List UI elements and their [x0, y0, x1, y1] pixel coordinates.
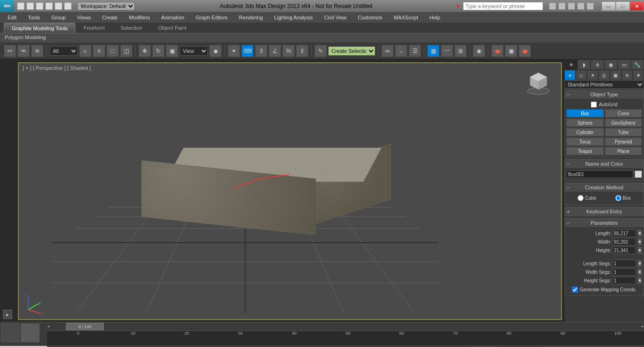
width-spinner[interactable]: [637, 238, 642, 245]
edit-named-sel-icon[interactable]: ✎: [314, 45, 327, 57]
object-name-input[interactable]: [566, 170, 633, 178]
link-icon[interactable]: [64, 2, 72, 10]
wsegs-spinner[interactable]: [637, 268, 642, 276]
app-menu-icon[interactable]: 3DS: [0, 0, 14, 12]
layer-manager-icon[interactable]: ☰: [409, 45, 421, 57]
geometry-subtab-icon[interactable]: ●: [564, 70, 576, 80]
autogrid-checkbox[interactable]: [591, 102, 597, 108]
object-color-swatch[interactable]: [635, 170, 642, 178]
named-selection-set[interactable]: Create Selection Se: [328, 46, 375, 56]
box-radio[interactable]: [615, 195, 621, 201]
menu-customize[interactable]: Customize: [352, 13, 388, 22]
cone-button[interactable]: Cone: [605, 109, 643, 118]
time-slider-handle[interactable]: 0 / 100: [66, 323, 104, 330]
viewport-label[interactable]: [ + ] [ Perspective ] [ Shaded ]: [23, 65, 91, 71]
height-input[interactable]: [612, 246, 636, 254]
box-button[interactable]: Box: [566, 109, 604, 118]
curve-editor-icon[interactable]: 〰: [441, 45, 453, 57]
use-pivot-icon[interactable]: ◆: [209, 45, 222, 57]
width-input[interactable]: [612, 238, 636, 245]
menu-lighting-analysis[interactable]: Lighting Analysis: [269, 13, 319, 22]
geosphere-button[interactable]: GeoSphere: [605, 118, 643, 127]
menu-help[interactable]: Help: [424, 13, 446, 22]
help-icon[interactable]: [586, 2, 594, 10]
select-by-name-icon[interactable]: ≡: [93, 45, 105, 57]
wsegs-input[interactable]: [612, 268, 636, 276]
tab-object-paint[interactable]: Object Paint: [150, 23, 194, 33]
unlink-tool-icon[interactable]: ⚮: [17, 45, 30, 57]
sphere-button[interactable]: Sphere: [566, 118, 604, 127]
tube-button[interactable]: Tube: [605, 128, 643, 136]
pyramid-button[interactable]: Pyramid: [605, 137, 643, 146]
spacewarps-subtab-icon[interactable]: ≋: [621, 70, 633, 80]
display-tab-icon[interactable]: ▭: [618, 59, 631, 70]
select-object-icon[interactable]: ▹: [79, 45, 91, 57]
primitive-category-select[interactable]: Standard Primitives: [564, 80, 644, 89]
align-icon[interactable]: ⫠: [395, 45, 407, 57]
bind-spacewarp-icon[interactable]: ≋: [31, 45, 43, 57]
tab-freeform[interactable]: Freeform: [75, 23, 113, 33]
ribbon-toggle-icon[interactable]: ▦: [427, 45, 439, 57]
percent-snap-icon[interactable]: %: [282, 45, 295, 57]
height-spinner[interactable]: [637, 246, 642, 254]
timeline-mini-icon[interactable]: [1, 323, 20, 342]
subscription-icon[interactable]: [558, 2, 566, 10]
open-file-icon[interactable]: [26, 2, 34, 10]
parameters-header[interactable]: −Parameters: [565, 219, 644, 227]
lights-subtab-icon[interactable]: ✦: [587, 70, 598, 80]
name-color-header[interactable]: −Name and Color: [565, 160, 644, 168]
reference-coord-system[interactable]: View: [180, 46, 208, 56]
cameras-subtab-icon[interactable]: ◎: [598, 70, 610, 80]
schematic-view-icon[interactable]: ⊞: [454, 45, 467, 57]
render-production-icon[interactable]: 🫖: [519, 45, 531, 57]
rotate-tool-icon[interactable]: ↻: [152, 45, 165, 57]
render-setup-icon[interactable]: 🫖: [491, 45, 504, 57]
mirror-icon[interactable]: ⇔: [381, 45, 394, 57]
redo-icon[interactable]: [55, 2, 62, 10]
perspective-viewport[interactable]: [ + ] [ Perspective ] [ Shaded ]: [18, 62, 562, 320]
spinner-snap-icon[interactable]: ⇕: [296, 45, 308, 57]
lsegs-spinner[interactable]: [637, 260, 642, 267]
selection-filter[interactable]: All: [50, 46, 78, 56]
select-manipulate-icon[interactable]: ✦: [228, 45, 240, 57]
window-crossing-icon[interactable]: ◫: [120, 45, 132, 57]
box-object[interactable]: [141, 136, 368, 250]
lsegs-input[interactable]: [612, 260, 636, 267]
tab-graphite-modeling[interactable]: Graphite Modeling Tools: [4, 23, 75, 33]
timeline-track[interactable]: ◂ 0 / 100 ▸ 0 10 20 30 40 50 60 70 80 90…: [47, 322, 644, 346]
hierarchy-tab-icon[interactable]: ⋔: [591, 59, 604, 70]
keyboard-shortcut-icon[interactable]: ⌨: [241, 45, 254, 57]
timeline-config-icon[interactable]: ▸: [3, 310, 12, 319]
menu-modifiers[interactable]: Modifiers: [123, 13, 156, 22]
menu-create[interactable]: Create: [96, 13, 123, 22]
link-tool-icon[interactable]: ⚯: [4, 45, 16, 57]
material-editor-icon[interactable]: ◉: [473, 45, 485, 57]
torus-button[interactable]: Torus: [566, 137, 604, 146]
move-tool-icon[interactable]: ✥: [139, 45, 151, 57]
length-input[interactable]: [612, 229, 636, 237]
cylinder-button[interactable]: Cylinder: [566, 128, 604, 136]
systems-subtab-icon[interactable]: ✷: [633, 70, 644, 80]
create-tab-icon[interactable]: ✳: [564, 59, 578, 70]
timeline-mini-icon-2[interactable]: [21, 323, 40, 342]
shapes-subtab-icon[interactable]: ◇: [576, 70, 587, 80]
cube-radio[interactable]: [578, 195, 584, 201]
search-input[interactable]: [463, 2, 543, 10]
object-type-header[interactable]: −Object Type: [565, 90, 644, 99]
save-file-icon[interactable]: [36, 2, 43, 10]
angle-snap-icon[interactable]: ∠: [269, 45, 281, 57]
maximize-button[interactable]: □: [616, 1, 630, 11]
favorites-icon[interactable]: [577, 2, 585, 10]
new-file-icon[interactable]: [17, 2, 25, 10]
menu-civil-view[interactable]: Civil View: [319, 13, 352, 22]
menu-maxscript[interactable]: MAXScript: [388, 13, 424, 22]
menu-edit[interactable]: Edit: [2, 13, 22, 22]
box-radio-label[interactable]: Box: [615, 195, 631, 201]
menu-graph-editors[interactable]: Graph Editors: [190, 13, 233, 22]
tab-selection[interactable]: Selection: [113, 23, 150, 33]
utilities-tab-icon[interactable]: 🔧: [631, 59, 644, 70]
teapot-button[interactable]: Teapot: [566, 147, 604, 155]
rendered-frame-icon[interactable]: ▣: [505, 45, 517, 57]
view-cube-icon[interactable]: [526, 70, 552, 96]
cube-radio-label[interactable]: Cube: [578, 195, 596, 201]
